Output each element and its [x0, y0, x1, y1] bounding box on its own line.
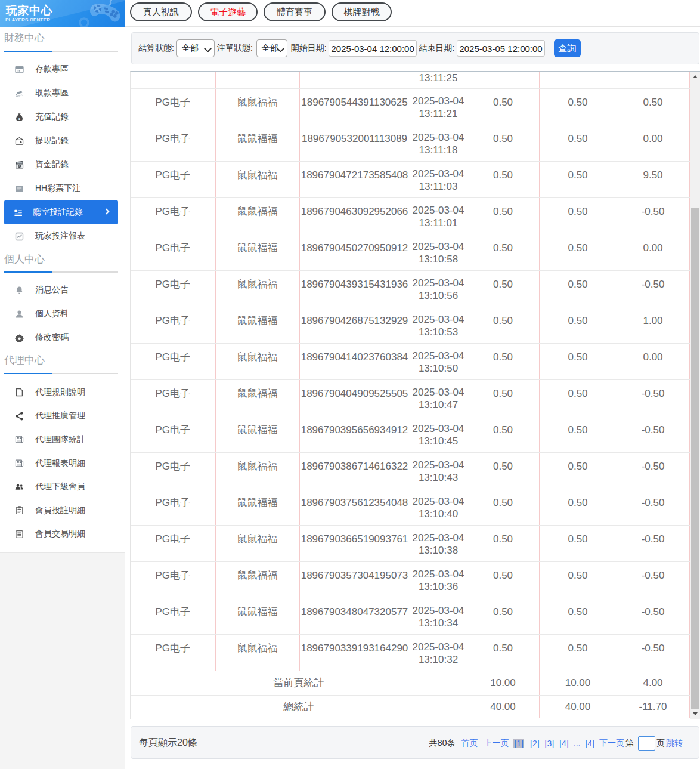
svg-text:¥: ¥: [18, 116, 21, 120]
svg-text:0: 0: [18, 165, 20, 168]
